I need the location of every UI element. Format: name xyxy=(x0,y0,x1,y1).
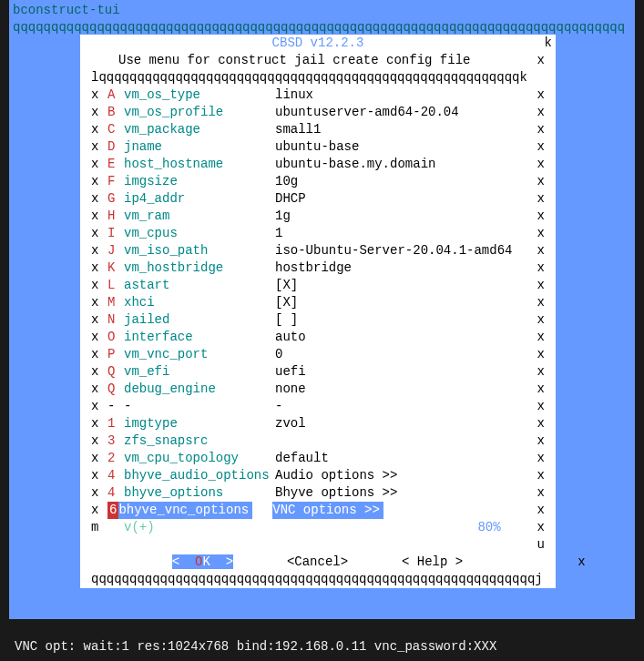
scroll-percent: 80% xyxy=(477,519,500,536)
menu-key: P xyxy=(107,346,124,363)
menu-row--[interactable]: x---x xyxy=(80,398,556,415)
menu-row-vm_vnc_port[interactable]: xPvm_vnc_port0x xyxy=(80,346,556,363)
menu-key: 2 xyxy=(107,450,124,467)
menu-row-imgsize[interactable]: xFimgsize10gx xyxy=(80,173,556,190)
dialog-subtitle: Use menu for construct jail create confi… xyxy=(118,52,470,69)
menu-label: vm_hostbridge xyxy=(124,259,275,277)
menu-value: [ ] xyxy=(275,311,536,329)
menu-row-interface[interactable]: xOinterfaceautox xyxy=(80,329,556,346)
menu-row-vm_os_profile[interactable]: xBvm_os_profileubuntuserver-amd64-20.04x xyxy=(80,104,556,121)
menu-label: bhyve_options xyxy=(124,484,275,502)
menu-value: small1 xyxy=(275,121,536,138)
menu-value: linux xyxy=(275,86,536,104)
menu-key: N xyxy=(107,311,124,329)
menu-value: default xyxy=(275,450,536,467)
menu-value: [X] xyxy=(275,277,536,294)
menu-key: E xyxy=(107,156,124,173)
menu-row-vm_cpus[interactable]: xIvm_cpus1x xyxy=(80,225,556,242)
menu-key: O xyxy=(107,329,124,346)
menu-value: auto xyxy=(275,329,536,346)
menu-label: vm_package xyxy=(124,121,275,138)
menu-row-vm_iso_path[interactable]: xJvm_iso_pathiso-Ubuntu-Server-20.04.1-a… xyxy=(80,242,556,259)
menu-label: vm_vnc_port xyxy=(124,346,275,363)
menu-value: ubuntuserver-amd64-20.04 xyxy=(275,104,536,121)
menu-row-vm_package[interactable]: xCvm_packagesmall1x xyxy=(80,121,556,138)
menu-label: vm_efi xyxy=(124,363,275,381)
menu-label: jailed xyxy=(124,311,275,329)
menu-row-ip4_addr[interactable]: xGip4_addrDHCPx xyxy=(80,190,556,208)
menu-label: ip4_addr xyxy=(124,190,275,208)
menu-key: Q xyxy=(107,363,124,381)
menu-label: astart xyxy=(124,277,275,294)
menu-row-astart[interactable]: xLastart[X]x xyxy=(80,277,556,294)
menu-row-jname[interactable]: xDjnameubuntu-basex xyxy=(80,138,556,156)
menu-key: C xyxy=(107,121,124,138)
menu-key: - xyxy=(107,398,124,415)
menu-label: vm_iso_path xyxy=(124,242,275,259)
menu-key: F xyxy=(107,173,124,190)
menu-row-vm_hostbridge[interactable]: xKvm_hostbridgehostbridgex xyxy=(80,259,556,277)
menu-key: J xyxy=(107,242,124,259)
menu-row-vm_ram[interactable]: xHvm_ram1gx xyxy=(80,208,556,225)
menu-value: iso-Ubuntu-Server-20.04.1-amd64 xyxy=(275,242,536,259)
menu-value: - xyxy=(275,398,536,415)
menu-row-imgtype[interactable]: x1imgtypezvolx xyxy=(80,415,556,432)
menu-row-debug_engine[interactable]: xQdebug_enginenonex xyxy=(80,381,556,398)
menu-value: DHCP xyxy=(275,190,536,208)
menu-value xyxy=(275,432,536,450)
menu-label: imgsize xyxy=(124,173,275,190)
menu-key: 3 xyxy=(107,432,124,450)
dialog-inner-border: lqqqqqqqqqqqqqqqqqqqqqqqqqqqqqqqqqqqqqqq… xyxy=(80,69,556,86)
dialog-corner-k: k xyxy=(545,35,552,52)
menu-row-zfs_snapsrc[interactable]: x3zfs_snapsrcx xyxy=(80,432,556,450)
menu-key: D xyxy=(107,138,124,156)
menu-value: 0 xyxy=(275,346,536,363)
menu-key: M xyxy=(107,294,124,311)
menu-value: Audio options >> xyxy=(275,467,536,484)
menu-key: 4 xyxy=(107,484,124,502)
menu-row-vm_cpu_topology[interactable]: x2vm_cpu_topologydefaultx xyxy=(80,450,556,467)
menu-value: VNC options >> xyxy=(272,502,383,519)
help-button[interactable]: < Help > xyxy=(402,554,463,569)
scroll-more-icon: v(+) xyxy=(124,519,155,536)
menu-key: 1 xyxy=(107,415,124,432)
menu-key: 4 xyxy=(107,467,124,484)
menu-label: vm_os_type xyxy=(124,86,275,104)
menu-label: xhci xyxy=(124,294,275,311)
menu-row-bhyve_options[interactable]: x4bhyve_optionsBhyve options >>x xyxy=(80,484,556,502)
menu-key: I xyxy=(107,225,124,242)
menu-row-bhyve_vnc_options[interactable]: x6 bhyve_vnc_optionsVNC options >>x xyxy=(80,502,556,519)
menu-row-jailed[interactable]: xNjailed[ ]x xyxy=(80,311,556,329)
menu-key: Q xyxy=(107,381,124,398)
menu-row-bhyve_audio_options[interactable]: x4bhyve_audio_optionsAudio options >>x xyxy=(80,467,556,484)
terminal-window: bconstruct-tui qqqqqqqqqqqqqqqqqqqqqqqqq… xyxy=(9,0,635,619)
menu-value: 10g xyxy=(275,173,536,190)
menu-value: hostbridge xyxy=(275,259,536,277)
cancel-button[interactable]: <Cancel> xyxy=(287,554,348,569)
menu-label: vm_ram xyxy=(124,208,275,225)
menu-label: vm_cpu_topology xyxy=(124,450,275,467)
menu-key: B xyxy=(107,104,124,121)
menu-label: vm_cpus xyxy=(124,225,275,242)
menu-row-vm_efi[interactable]: xQvm_efiuefix xyxy=(80,363,556,381)
menu-key: G xyxy=(107,190,124,208)
menu-label: jname xyxy=(124,138,275,156)
dialog-buttons: < OK > <Cancel> < Help > x xyxy=(80,554,556,571)
ok-button[interactable]: < OK > xyxy=(172,554,233,569)
menu-label: host_hostname xyxy=(124,156,275,173)
status-bar: VNC opt: wait:1 res:1024x768 bind:192.16… xyxy=(0,633,644,661)
menu-row-xhci[interactable]: xMxhci[X]x xyxy=(80,294,556,311)
menu-value: ubuntu-base xyxy=(275,138,536,156)
menu-value: 1g xyxy=(275,208,536,225)
menu-label: imgtype xyxy=(124,415,275,432)
menu-label: interface xyxy=(124,329,275,346)
menu-value: none xyxy=(275,381,536,398)
menu-key: H xyxy=(107,208,124,225)
menu-key: A xyxy=(107,86,124,104)
menu-value: 1 xyxy=(275,225,536,242)
menu-row-vm_os_type[interactable]: xAvm_os_typelinuxx xyxy=(80,86,556,104)
menu-value: Bhyve options >> xyxy=(275,484,536,502)
menu-label: zfs_snapsrc xyxy=(124,432,275,450)
menu-value: ubuntu-base.my.domain xyxy=(275,156,536,173)
menu-row-host_hostname[interactable]: xEhost_hostnameubuntu-base.my.domainx xyxy=(80,156,556,173)
